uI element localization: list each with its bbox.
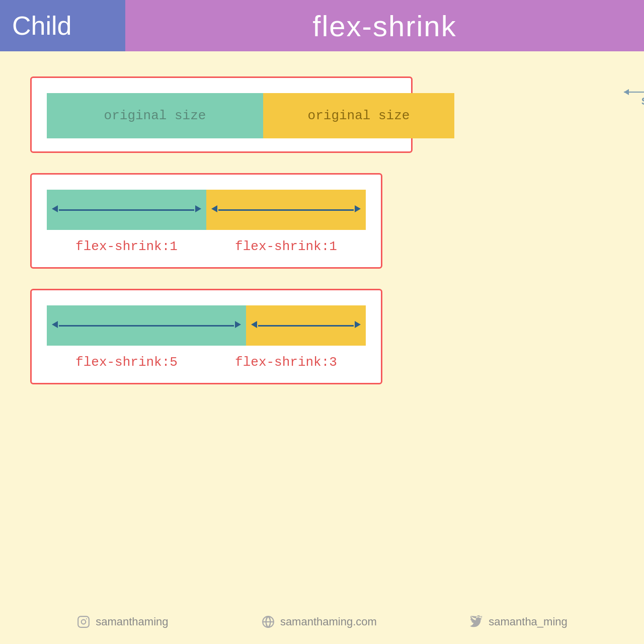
box1-flex-row: original size original size <box>47 93 396 138</box>
box2-flex-row <box>47 190 366 230</box>
instagram-handle: samanthaming <box>96 615 168 628</box>
yellow-shrink1-bar <box>206 190 366 230</box>
green-shrink1-inner <box>47 190 206 230</box>
footer-website: samanthaming.com <box>261 615 377 629</box>
diagram-box-3: flex-shrink:5 flex-shrink:3 <box>30 289 382 384</box>
box3-flex-row <box>47 305 366 346</box>
header-title-section: flex-shrink <box>125 0 644 51</box>
instagram-icon <box>76 615 91 629</box>
shrunk-space-annotation: SHRUNK SPACE <box>624 92 644 107</box>
svg-point-2 <box>86 618 87 619</box>
arrow-right-icon-2 <box>354 205 361 215</box>
twitter-handle: samantha_ming <box>489 615 568 628</box>
yellow-original-label: original size <box>308 108 410 123</box>
green-original-label: original size <box>104 108 206 123</box>
box3-right-shrink-label: flex-shrink:3 <box>235 355 337 370</box>
box3-right-label-col: flex-shrink:3 <box>206 355 366 370</box>
arrow-left-icon <box>52 205 59 215</box>
yellow-shrink3-bar <box>246 305 366 346</box>
website-url: samanthaming.com <box>280 615 377 628</box>
arrow-h-line-yellow <box>218 209 354 211</box>
footer-twitter: samantha_ming <box>469 615 568 629</box>
box3-left-shrink-label: flex-shrink:5 <box>75 355 178 370</box>
box3-labels: flex-shrink:5 flex-shrink:3 <box>47 355 366 370</box>
box2-right-label-col: flex-shrink:1 <box>206 239 366 254</box>
page-title: flex-shrink <box>312 9 456 43</box>
footer: samanthaming samanthaming.com samantha_m… <box>0 615 644 629</box>
green-shrink5-bar <box>47 305 246 346</box>
header: Child flex-shrink <box>0 0 644 51</box>
arrow-left-icon-2 <box>211 205 218 215</box>
box2-left-label-col: flex-shrink:1 <box>47 239 206 254</box>
child-label: Child <box>12 11 72 41</box>
box2-right-shrink-label: flex-shrink:1 <box>235 239 337 254</box>
yellow-bar-original: original size <box>263 93 454 138</box>
diagram-row-1: original size original size SHRUNK SPACE <box>30 76 614 153</box>
shrunk-space-label: SHRUNK SPACE <box>624 96 644 107</box>
arrow-left-icon-3 <box>52 321 59 331</box>
arrow-h-line-green <box>59 209 194 211</box>
box2-left-shrink-label: flex-shrink:1 <box>75 239 178 254</box>
arrow-h-line-yellow-2 <box>258 325 354 327</box>
green-shrink5-arrow <box>52 321 241 331</box>
arrow-right-icon-3 <box>234 321 241 331</box>
svg-point-1 <box>82 620 86 624</box>
yellow-shrink3-inner <box>246 305 366 346</box>
green-bar-original: original size <box>47 93 263 138</box>
arrow-right-icon-4 <box>354 321 361 331</box>
website-icon <box>261 615 275 629</box>
box2-labels: flex-shrink:1 flex-shrink:1 <box>47 239 366 254</box>
yellow-shrink1-inner <box>206 190 366 230</box>
header-child-section: Child <box>0 0 125 51</box>
diagram-box-2: flex-shrink:1 flex-shrink:1 <box>30 173 382 269</box>
diagram-box-1: original size original size <box>30 76 413 153</box>
green-shrink1-arrow <box>52 205 201 215</box>
box3-left-label-col: flex-shrink:5 <box>47 355 206 370</box>
arrow-h-line-green-2 <box>59 325 234 327</box>
green-shrink1-bar <box>47 190 206 230</box>
shrunk-arrow-line <box>624 92 644 93</box>
main-content: original size original size SHRUNK SPACE <box>0 51 644 399</box>
svg-rect-0 <box>78 616 89 627</box>
twitter-icon <box>469 615 484 629</box>
yellow-shrink1-arrow <box>211 205 361 215</box>
arrow-right-icon <box>194 205 201 215</box>
shrunk-arrow <box>624 92 644 93</box>
footer-instagram: samanthaming <box>76 615 168 629</box>
yellow-shrink3-arrow <box>251 321 361 331</box>
green-shrink5-inner <box>47 305 246 346</box>
arrow-left-icon-4 <box>251 321 258 331</box>
